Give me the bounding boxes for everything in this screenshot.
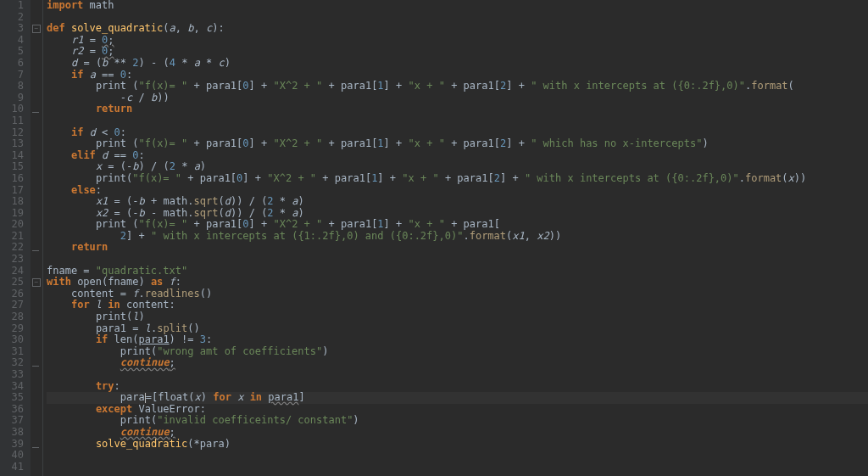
code-editor[interactable]: 1234567891011121314151617181920212223242… (0, 0, 868, 476)
code-line[interactable]: para1 = l.split() (47, 323, 868, 335)
code-line[interactable] (47, 115, 868, 127)
code-line[interactable]: elif d == 0: (47, 150, 868, 162)
code-line[interactable]: -c / b)) (47, 92, 868, 104)
code-line[interactable]: print(l) (47, 311, 868, 323)
code-line[interactable]: if len(para1) != 3: (47, 334, 868, 346)
code-line[interactable]: r1 = 0; (47, 35, 868, 47)
line-number: 2 (3, 12, 24, 24)
code-line[interactable]: d = (b ** 2) - (4 * a * c) (47, 58, 868, 70)
code-line[interactable]: 2] + " with x intercepts at ({1:.2f},0) … (47, 231, 868, 243)
line-number: 35 (3, 392, 24, 404)
code-line[interactable]: print("wrong amt of coefficients") (47, 346, 868, 358)
code-line[interactable]: print("f(x)= " + para1[0] + "X^2 + " + p… (47, 173, 868, 185)
fold-close-icon[interactable] (32, 447, 39, 448)
code-line[interactable]: for l in content: (47, 300, 868, 311)
fold-gutter[interactable]: −− (31, 0, 43, 476)
line-number: 26 (3, 288, 24, 300)
line-number: 25 (3, 277, 24, 288)
code-line[interactable]: solve_quadratic(*para) (47, 439, 868, 451)
code-line[interactable] (47, 369, 868, 381)
line-number: 39 (3, 439, 24, 451)
code-line[interactable]: x2 = (-b - math.sqrt(d)) / (2 * a) (47, 208, 868, 220)
line-number: 10 (3, 104, 24, 115)
line-number: 41 (3, 462, 24, 473)
line-number: 11 (3, 115, 24, 127)
line-number: 13 (3, 138, 24, 150)
code-line[interactable]: print ("f(x)= " + para1[0] + "X^2 + " + … (47, 219, 868, 231)
fold-open-icon[interactable]: − (32, 278, 41, 287)
fold-open-icon[interactable]: − (32, 25, 41, 33)
line-number: 12 (3, 127, 24, 139)
line-number: 32 (3, 357, 24, 369)
code-line[interactable]: except ValueError: (47, 404, 868, 416)
code-line[interactable]: continue; (47, 427, 868, 439)
code-line[interactable]: fname = "quadratic.txt" (47, 266, 868, 277)
code-line[interactable]: return (47, 104, 868, 115)
line-number: 31 (3, 346, 24, 358)
line-number: 14 (3, 150, 24, 162)
code-line[interactable] (47, 462, 868, 473)
line-number: 18 (3, 196, 24, 208)
line-number-gutter: 1234567891011121314151617181920212223242… (0, 0, 31, 476)
code-area[interactable]: import math def solve_quadratic(a, b, c)… (43, 0, 868, 476)
line-number: 36 (3, 404, 24, 416)
line-number: 3 (3, 23, 24, 35)
code-line[interactable]: try: (47, 381, 868, 393)
code-line[interactable]: if a == 0: (47, 70, 868, 81)
code-line[interactable]: print("invalid coefficeints/ constant") (47, 415, 868, 427)
line-number: 24 (3, 266, 24, 277)
line-number: 21 (3, 231, 24, 243)
line-number: 17 (3, 185, 24, 197)
code-line[interactable]: print ("f(x)= " + para1[0] + "X^2 + " + … (47, 81, 868, 92)
line-number: 38 (3, 427, 24, 439)
line-number: 33 (3, 369, 24, 381)
line-number: 4 (3, 35, 24, 47)
line-number: 5 (3, 46, 24, 58)
line-number: 37 (3, 415, 24, 427)
code-line[interactable]: x1 = (-b + math.sqrt(d)) / (2 * a) (47, 196, 868, 208)
code-line[interactable]: continue; (47, 357, 868, 369)
code-line[interactable] (47, 12, 868, 24)
line-number: 15 (3, 161, 24, 173)
fold-close-icon[interactable] (32, 112, 39, 113)
line-number: 29 (3, 323, 24, 335)
code-line[interactable]: def solve_quadratic(a, b, c): (47, 23, 868, 35)
line-number: 28 (3, 311, 24, 323)
code-line[interactable]: with open(fname) as f: (47, 277, 868, 288)
line-number: 8 (3, 81, 24, 92)
line-number: 9 (3, 92, 24, 104)
code-line[interactable]: content = f.readlines() (47, 288, 868, 300)
line-number: 40 (3, 450, 24, 462)
line-number: 23 (3, 254, 24, 266)
line-number: 19 (3, 208, 24, 220)
code-line[interactable] (47, 450, 868, 462)
fold-close-icon[interactable] (32, 366, 39, 367)
code-line[interactable]: return (47, 242, 868, 254)
line-number: 7 (3, 70, 24, 81)
code-line[interactable]: if d < 0: (47, 127, 868, 139)
line-number: 34 (3, 381, 24, 393)
line-number: 22 (3, 242, 24, 254)
line-number: 30 (3, 334, 24, 346)
line-number: 20 (3, 219, 24, 231)
code-line[interactable]: import math (47, 0, 868, 12)
line-number: 16 (3, 173, 24, 185)
line-number: 27 (3, 300, 24, 311)
fold-close-icon[interactable] (32, 250, 39, 251)
line-number: 1 (3, 0, 24, 12)
line-number: 6 (3, 58, 24, 70)
code-line[interactable] (47, 254, 868, 266)
code-line[interactable]: para=[float(x) for x in para1] (47, 392, 868, 404)
code-line[interactable]: print ("f(x)= " + para1[0] + "X^2 + " + … (47, 138, 868, 150)
code-line[interactable]: else: (47, 185, 868, 197)
code-line[interactable]: r2 = 0; (47, 46, 868, 58)
code-line[interactable]: x = (-b) / (2 * a) (47, 161, 868, 173)
